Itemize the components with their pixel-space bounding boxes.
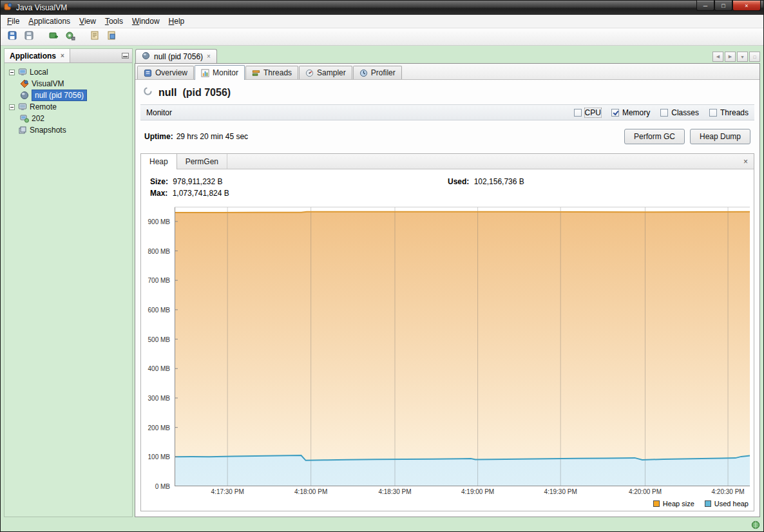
x-axis-label: 4:18:00 PM	[294, 488, 327, 495]
legend-swatch-icon	[705, 500, 711, 507]
collapse-icon[interactable]	[9, 104, 15, 110]
menu-applications[interactable]: Applications	[24, 15, 75, 27]
document-tab-row: null (pid 7056) × ◀ ▶ ▼ □	[135, 48, 760, 63]
perform-gc-button[interactable]: Perform GC	[624, 129, 685, 144]
threads-checkbox[interactable]: Threads	[709, 108, 749, 117]
uptime-label: Uptime:	[144, 132, 173, 141]
tree-item-remote[interactable]: Remote	[6, 101, 131, 113]
y-axis-label: 100 MB	[148, 453, 170, 461]
close-panel-icon[interactable]: ×	[61, 52, 64, 59]
uptime-row: Uptime: 29 hrs 20 min 45 sec Perform GC …	[140, 120, 754, 151]
toolbar	[1, 28, 763, 46]
close-graph-icon[interactable]: ×	[738, 157, 754, 166]
tab-heap[interactable]: Heap	[141, 154, 177, 169]
document-tab-label: null (pid 7056)	[154, 52, 203, 61]
tab-permgen[interactable]: PermGen	[177, 154, 227, 169]
view-tabs: Overview Monitor Threads Sampler	[135, 64, 759, 80]
classes-checkbox[interactable]: Classes	[660, 108, 699, 117]
tree-item-202[interactable]: 202	[6, 113, 131, 124]
snapshots-icon	[17, 126, 27, 135]
heap-dump-button[interactable]: Heap Dump	[690, 129, 750, 144]
heap-dump-icon	[106, 30, 117, 43]
memory-checkbox[interactable]: Memory	[611, 108, 650, 117]
tree-item-label: Remote	[30, 102, 57, 111]
menu-file[interactable]: File	[3, 15, 24, 27]
memory-tab-row: Heap PermGen ×	[141, 154, 754, 169]
tab-label: PermGen	[186, 157, 218, 166]
visualvm-app-icon	[19, 79, 29, 89]
applications-tab-label: Applications	[10, 52, 56, 61]
menu-view[interactable]: View	[75, 15, 100, 27]
titlebar[interactable]: Java VisualVM ─ □ ×	[1, 1, 763, 15]
tab-label: Profiler	[371, 68, 396, 77]
document-tab-null-pid-7056[interactable]: null (pid 7056) ×	[135, 49, 217, 63]
menu-window[interactable]: Window	[128, 15, 164, 27]
toolbar-save-button[interactable]	[21, 30, 37, 44]
memory-chart-svg	[175, 207, 750, 486]
heap-size-area	[175, 212, 750, 486]
close-tab-icon[interactable]: ×	[207, 53, 211, 60]
menu-tools[interactable]: Tools	[100, 15, 128, 27]
toolbar-add-application-button[interactable]	[46, 30, 61, 44]
toolbar-heap-dump-button[interactable]	[104, 30, 119, 44]
process-sphere-icon	[19, 91, 29, 100]
tab-profiler[interactable]: Profiler	[353, 66, 402, 79]
statusbar	[1, 520, 763, 531]
sampler-icon	[305, 69, 314, 77]
close-button[interactable]: ×	[732, 1, 761, 11]
process-name: null	[158, 87, 177, 99]
cpu-checkbox[interactable]: CPU	[574, 108, 601, 117]
tab-threads[interactable]: Threads	[245, 66, 298, 79]
applications-tab[interactable]: Applications ×	[5, 49, 70, 62]
tree-item-null-pid-7056[interactable]: null (pid 7056)	[6, 90, 131, 101]
collapse-icon[interactable]	[9, 70, 15, 75]
action-buttons: Perform GC Heap Dump	[624, 129, 750, 144]
toolbar-add-jmx-button[interactable]	[62, 30, 78, 44]
legend-swatch-icon	[653, 500, 660, 507]
applications-tree: Local VisualVM null (pid 7056)	[5, 63, 132, 517]
toolbar-load-button[interactable]	[5, 30, 20, 44]
maximize-button[interactable]: □	[714, 1, 732, 11]
document-content: Overview Monitor Threads Sampler	[135, 63, 760, 517]
tab-sampler[interactable]: Sampler	[299, 66, 352, 79]
x-axis-label: 4:18:30 PM	[378, 488, 411, 495]
tree-item-visualvm[interactable]: VisualVM	[6, 78, 131, 90]
legend-label: Used heap	[714, 500, 749, 508]
monitor-section-label: Monitor	[146, 108, 172, 117]
scroll-left-icon[interactable]: ◀	[712, 52, 723, 62]
used-label: Used:	[448, 177, 469, 186]
tab-scroll-controls: ◀ ▶ ▼ □	[712, 52, 760, 63]
tab-overview[interactable]: Overview	[137, 66, 194, 79]
heap-stats: Size: 978,911,232 B Used: 102,156,736 B	[144, 175, 750, 207]
tab-list-dropdown-icon[interactable]: ▼	[737, 52, 748, 62]
y-axis-label: 700 MB	[148, 277, 170, 284]
minimize-button[interactable]: ─	[696, 1, 714, 11]
x-axis-label: 4:20:30 PM	[711, 488, 744, 495]
toolbar-thread-dump-button[interactable]	[87, 30, 102, 44]
process-pid: (pid 7056)	[182, 87, 231, 99]
menu-help[interactable]: Help	[164, 15, 189, 27]
network-status-icon[interactable]	[751, 520, 760, 532]
tree-item-label: 202	[32, 114, 44, 123]
maximize-view-icon[interactable]: □	[749, 52, 760, 62]
monitor-chart-icon	[201, 69, 209, 77]
tree-item-local[interactable]: Local	[6, 66, 131, 78]
minimize-panel-icon[interactable]	[122, 53, 129, 59]
page-heading: null (pid 7056)	[140, 80, 754, 104]
overview-icon	[144, 69, 152, 77]
heap-graph-body: Size: 978,911,232 B Used: 102,156,736 B	[141, 169, 754, 511]
threads-icon	[252, 69, 260, 77]
tree-item-label: null (pid 7056)	[32, 90, 87, 101]
y-axis-label: 0 MB	[155, 483, 170, 490]
y-axis-labels: 0 MB100 MB200 MB300 MB400 MB500 MB600 MB…	[144, 207, 175, 486]
size-label: Size:	[150, 177, 168, 186]
chart-plot-area	[175, 207, 750, 486]
tab-monitor[interactable]: Monitor	[195, 65, 245, 80]
x-axis-label: 4:20:00 PM	[629, 488, 662, 495]
checkbox-label: Classes	[671, 108, 699, 117]
tree-item-snapshots[interactable]: Snapshots	[6, 124, 131, 136]
host-icon	[19, 114, 29, 124]
metric-checkboxes: CPU Memory Classes	[574, 108, 749, 117]
scroll-right-icon[interactable]: ▶	[725, 52, 736, 62]
max-value: 1,073,741,824 B	[173, 189, 229, 198]
